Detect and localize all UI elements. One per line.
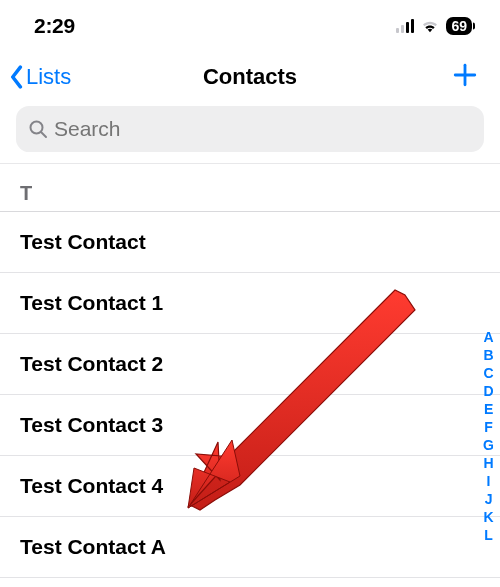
search-field[interactable] bbox=[16, 106, 484, 152]
back-button[interactable]: Lists bbox=[8, 64, 71, 90]
index-letter[interactable]: A bbox=[483, 330, 493, 344]
list-item[interactable]: Test Contact 2 bbox=[0, 334, 500, 395]
index-letter[interactable]: H bbox=[483, 456, 493, 470]
nav-bar: Lists Contacts bbox=[0, 48, 500, 102]
battery-level: 69 bbox=[451, 18, 467, 34]
index-letter[interactable]: E bbox=[484, 402, 493, 416]
list-item[interactable]: Test Contact A bbox=[0, 517, 500, 578]
index-letter[interactable]: L bbox=[484, 528, 493, 542]
svg-line-3 bbox=[41, 132, 46, 137]
index-letter[interactable]: J bbox=[485, 492, 493, 506]
status-right: 69 bbox=[396, 17, 472, 35]
plus-icon bbox=[452, 62, 478, 88]
wifi-icon bbox=[420, 19, 440, 33]
search-container bbox=[0, 102, 500, 164]
battery-indicator: 69 bbox=[446, 17, 472, 35]
page-title: Contacts bbox=[203, 64, 297, 90]
add-contact-button[interactable] bbox=[452, 62, 484, 92]
alphabet-index[interactable]: A B C D E F G H I J K L bbox=[483, 330, 494, 542]
list-item[interactable]: Test Contact 1 bbox=[0, 273, 500, 334]
index-letter[interactable]: C bbox=[483, 366, 493, 380]
index-letter[interactable]: I bbox=[487, 474, 491, 488]
index-letter[interactable]: F bbox=[484, 420, 493, 434]
index-letter[interactable]: G bbox=[483, 438, 494, 452]
section-header: T bbox=[0, 172, 500, 212]
index-letter[interactable]: K bbox=[483, 510, 493, 524]
list-item[interactable]: Test Contact 4 bbox=[0, 456, 500, 517]
index-letter[interactable]: D bbox=[483, 384, 493, 398]
back-label: Lists bbox=[26, 64, 71, 90]
section-divider bbox=[0, 164, 500, 172]
search-input[interactable] bbox=[54, 117, 472, 141]
chevron-left-icon bbox=[8, 65, 24, 89]
cellular-signal-icon bbox=[396, 19, 415, 33]
index-letter[interactable]: B bbox=[483, 348, 493, 362]
list-item[interactable]: Test Contact bbox=[0, 212, 500, 273]
status-bar: 2:29 69 bbox=[0, 0, 500, 48]
status-time: 2:29 bbox=[34, 14, 75, 38]
list-item[interactable]: Test Contact 3 bbox=[0, 395, 500, 456]
search-icon bbox=[28, 119, 48, 139]
